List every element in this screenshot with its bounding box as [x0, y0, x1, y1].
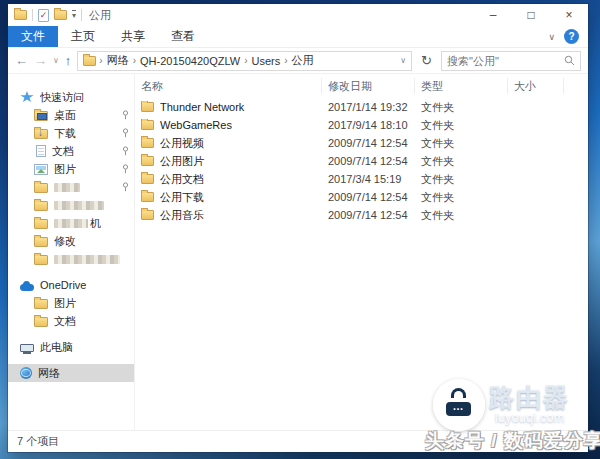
sidebar-item-this-pc[interactable]: 此电脑	[8, 338, 134, 356]
breadcrumb-item[interactable]: 网络	[106, 53, 130, 68]
file-row[interactable]: 公用下载 2009/7/14 12:54 文件夹	[135, 188, 588, 206]
forward-button[interactable]: →	[34, 54, 47, 67]
file-name: 公用下载	[160, 190, 204, 205]
sidebar-item-pictures[interactable]: 图片	[8, 160, 134, 178]
sidebar-item-onedrive-documents[interactable]: 文档	[8, 312, 134, 330]
file-date: 2009/7/14 12:54	[322, 155, 415, 167]
sidebar-item-label: 图片	[54, 296, 76, 311]
folder-icon	[34, 299, 48, 309]
ribbon-tab-1[interactable]: 主页	[58, 26, 108, 47]
folder-icon	[141, 156, 154, 166]
documents-icon	[36, 145, 46, 157]
folder-icon	[34, 219, 48, 229]
back-button[interactable]: ←	[15, 54, 28, 67]
folder-icon	[34, 237, 48, 247]
folder-icon	[34, 201, 48, 211]
folder-icon	[141, 138, 154, 148]
status-bar: 7 个项目	[8, 430, 588, 452]
file-list-body: Thunder Network 2017/1/14 19:32 文件夹 WebG…	[135, 98, 588, 224]
censored-label	[54, 201, 104, 210]
address-dropdown-icon[interactable]: ∨	[400, 56, 406, 65]
search-input[interactable]	[447, 55, 564, 67]
folder-icon	[141, 102, 154, 112]
maximize-button[interactable]: □	[512, 4, 550, 26]
folder-icon	[141, 120, 154, 130]
file-row[interactable]: WebGameRes 2017/9/14 18:10 文件夹	[135, 116, 588, 134]
window-controls: – □ ×	[474, 4, 588, 26]
sidebar-item-label: 快速访问	[40, 90, 84, 105]
breadcrumb-separator: ›	[244, 55, 247, 66]
search-box[interactable]	[441, 51, 581, 71]
sidebar-item-censored-1[interactable]	[8, 178, 134, 196]
column-headers: 名称 修改日期 类型 大小	[135, 74, 588, 98]
pin-icon	[121, 128, 130, 138]
column-header-name[interactable]: 名称	[135, 78, 322, 94]
sidebar-item-xiugai[interactable]: 修改	[8, 232, 134, 250]
column-header-size[interactable]: 大小	[508, 78, 564, 94]
pictures-icon	[34, 164, 48, 175]
file-name: WebGameRes	[160, 119, 232, 131]
sidebar-item-label: 网络	[38, 366, 60, 381]
sidebar-item-documents[interactable]: 文档	[8, 142, 134, 160]
pin-icon	[121, 110, 130, 120]
column-header-type[interactable]: 类型	[415, 78, 508, 94]
sidebar-item-quick-access[interactable]: 快速访问	[8, 88, 134, 106]
close-button[interactable]: ×	[550, 4, 588, 26]
sidebar-item-censored-2[interactable]	[8, 196, 134, 214]
help-icon[interactable]: ?	[564, 29, 579, 44]
file-type: 文件夹	[415, 118, 508, 133]
file-row[interactable]: 公用视频 2009/7/14 12:54 文件夹	[135, 134, 588, 152]
breadcrumb-folder-icon	[83, 56, 96, 66]
sidebar-item-censored-4[interactable]	[8, 250, 134, 268]
breadcrumb-separator: ›	[284, 55, 287, 66]
folder-icon	[34, 317, 48, 327]
explorer-window: ✓ ▾ 公用 – □ × 文件主页共享查看 ∨ ? ← → ∨ ↑ ›网络 ›Q…	[8, 4, 588, 452]
pc-icon	[20, 344, 34, 352]
ribbon-tab-0[interactable]: 文件	[8, 26, 58, 47]
title-bar: ✓ ▾ 公用 – □ ×	[8, 4, 588, 26]
sidebar-item-label: 此电脑	[40, 340, 73, 355]
network-icon	[20, 367, 32, 379]
navigation-pane: 快速访问 桌面 下载 文档 图片	[8, 74, 135, 430]
ribbon-collapse-icon[interactable]: ∨	[548, 32, 555, 42]
new-folder-icon[interactable]	[54, 10, 67, 20]
properties-icon[interactable]: ✓	[38, 9, 49, 22]
desktop-icon	[34, 111, 48, 121]
file-row[interactable]: 公用文档 2017/3/4 15:19 文件夹	[135, 170, 588, 188]
sidebar-item-label: 文档	[52, 144, 74, 159]
ribbon-tab-bar: 文件主页共享查看 ∨ ?	[8, 26, 588, 48]
up-button[interactable]: ↑	[65, 54, 72, 67]
file-row[interactable]: 公用音乐 2009/7/14 12:54 文件夹	[135, 206, 588, 224]
file-row[interactable]: 公用图片 2009/7/14 12:54 文件夹	[135, 152, 588, 170]
file-type: 文件夹	[415, 190, 508, 205]
file-date: 2017/1/14 19:32	[322, 101, 415, 113]
sidebar-item-censored-3[interactable]: 机	[8, 214, 134, 232]
ribbon-tab-2[interactable]: 共享	[108, 26, 158, 47]
breadcrumb-item[interactable]: 公用	[291, 53, 315, 68]
file-type: 文件夹	[415, 172, 508, 187]
breadcrumb-item[interactable]: Users	[250, 55, 281, 67]
censored-label	[54, 183, 80, 192]
recent-locations-icon[interactable]: ∨	[53, 57, 59, 65]
minimize-button[interactable]: –	[474, 4, 512, 26]
file-date: 2017/3/4 15:19	[322, 173, 415, 185]
file-date: 2009/7/14 12:54	[322, 209, 415, 221]
file-name: 公用视频	[160, 136, 204, 151]
sidebar-item-onedrive-pictures[interactable]: 图片	[8, 294, 134, 312]
file-row[interactable]: Thunder Network 2017/1/14 19:32 文件夹	[135, 98, 588, 116]
qat-customize-icon[interactable]: ▾	[72, 10, 76, 20]
sidebar-item-network[interactable]: 网络	[8, 364, 134, 382]
column-header-date[interactable]: 修改日期	[322, 78, 415, 94]
breadcrumb-separator: ›	[133, 55, 136, 66]
folder-icon	[34, 255, 48, 265]
ribbon-tab-3[interactable]: 查看	[158, 26, 208, 47]
refresh-icon[interactable]: ↻	[418, 53, 435, 68]
breadcrumb[interactable]: ›网络 ›QH-20150420QZLW ›Users ›公用 ∨	[77, 51, 412, 71]
sidebar-item-desktop[interactable]: 桌面	[8, 106, 134, 124]
file-name: Thunder Network	[160, 101, 244, 113]
breadcrumb-item[interactable]: QH-20150420QZLW	[139, 55, 241, 67]
sidebar-item-label: 修改	[54, 234, 76, 249]
sidebar-item-downloads[interactable]: 下载	[8, 124, 134, 142]
sidebar-item-onedrive[interactable]: OneDrive	[8, 276, 134, 294]
folder-icon	[141, 174, 154, 184]
